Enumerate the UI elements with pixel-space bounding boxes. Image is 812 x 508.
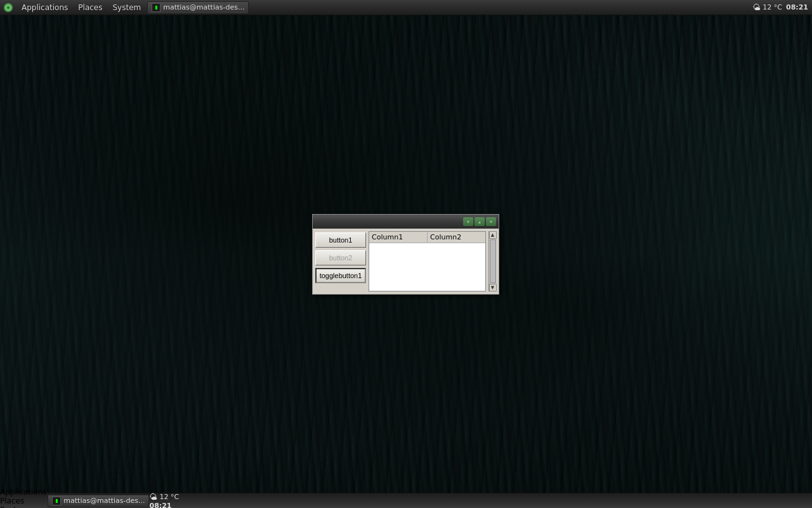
togglebutton1[interactable]: togglebutton1 [315, 268, 366, 283]
terminal-icon-bottom: ▮ [52, 497, 61, 505]
scroll-up-button[interactable]: ▲ [489, 231, 497, 239]
weather-widget-bottom: 🌤 12 °C [149, 492, 179, 502]
taskbar-bottom-right: 🌤 12 °C 08:21 [149, 492, 179, 509]
tree-header: Column1 Column2 [369, 232, 485, 243]
clock: 08:21 [786, 3, 808, 11]
scroll-down-button[interactable]: ▼ [489, 284, 497, 291]
app-window: ▾ ▴ ▾ button1 button2 togglebutton1 Colu… [312, 214, 499, 295]
tree-body[interactable] [369, 243, 485, 291]
taskbar-right: 🌤 12 °C 08:21 [752, 3, 812, 12]
start-icon[interactable] [1, 1, 15, 15]
top-menu: Applications Places System [16, 0, 146, 15]
clock-bottom: 08:21 [149, 502, 179, 509]
tree-view: Column1 Column2 [369, 231, 486, 291]
taskbar-top: Applications Places System ▮ mattias@mat… [0, 0, 812, 15]
taskbar-window-item-bottom[interactable]: ▮ mattias@mattias-des... [48, 495, 149, 507]
column2-header: Column2 [428, 232, 485, 243]
places-menu-bottom[interactable]: Places [0, 497, 46, 505]
button2[interactable]: button2 [315, 250, 366, 265]
button1[interactable]: button1 [315, 232, 366, 248]
desktop: Applications Places System ▮ mattias@mat… [0, 0, 812, 508]
taskbar-window-item[interactable]: ▮ mattias@mattias-des... [147, 1, 249, 14]
places-menu[interactable]: Places [73, 0, 107, 15]
weather-icon: 🌤 [752, 3, 761, 12]
weather-widget: 🌤 12 °C [752, 3, 782, 12]
system-menu[interactable]: System [107, 0, 146, 15]
titlebar-close-button[interactable]: ▾ [486, 217, 496, 226]
system-menu-bottom[interactable]: System [0, 505, 46, 509]
scroll-thumb[interactable] [490, 239, 496, 283]
scrollbar: ▲ ▼ [488, 231, 496, 291]
applications-menu[interactable]: Applications [16, 0, 73, 15]
left-panel: button1 button2 togglebutton1 [315, 231, 366, 291]
window-content: button1 button2 togglebutton1 Column1 Co… [313, 229, 499, 294]
weather-temp-bottom: 12 °C [159, 493, 179, 501]
window-titlebar: ▾ ▴ ▾ [313, 215, 499, 229]
weather-temp: 12 °C [763, 3, 782, 11]
terminal-icon: ▮ [152, 3, 160, 12]
weather-icon-bottom: 🌤 [149, 492, 157, 502]
applications-menu-bottom[interactable]: Applications [0, 488, 46, 497]
bottom-menu: Applications Places System [0, 488, 46, 509]
column1-header: Column1 [369, 232, 428, 243]
taskbar-bottom: Applications Places System ▮ mattias@mat… [0, 493, 812, 508]
titlebar-down-button[interactable]: ▾ [463, 217, 473, 226]
titlebar-up-button[interactable]: ▴ [475, 217, 485, 226]
svg-point-2 [7, 6, 10, 9]
